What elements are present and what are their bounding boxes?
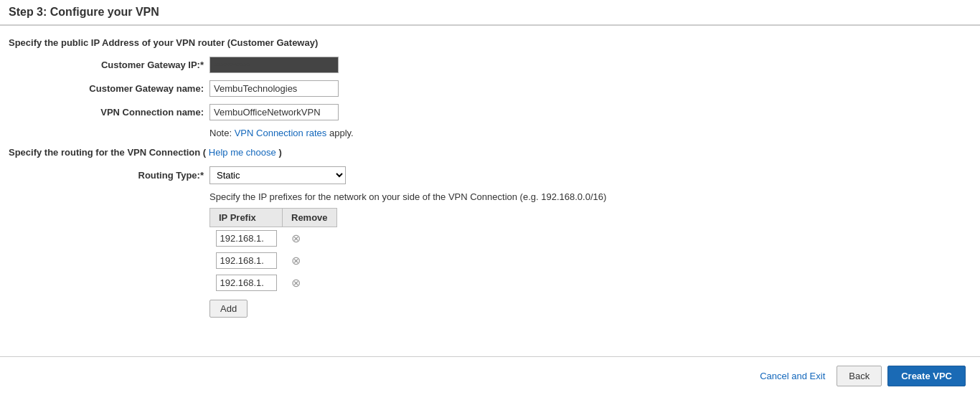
remove-icon-2[interactable]: ⊗ bbox=[291, 254, 301, 267]
table-row: ⊗ bbox=[210, 227, 337, 250]
help-me-choose-link[interactable]: Help me choose bbox=[209, 147, 276, 158]
customer-gateway-ip-label: Customer Gateway IP:* bbox=[9, 60, 209, 70]
routing-desc-prefix: Specify the routing for the VPN Connecti… bbox=[9, 147, 206, 158]
customer-gateway-name-label: Customer Gateway name: bbox=[9, 83, 209, 94]
page-container: Step 3: Configure your VPN Specify the p… bbox=[0, 0, 980, 395]
page-content: Specify the public IP Address of your VP… bbox=[0, 26, 980, 329]
ip-prefix-input-3[interactable] bbox=[216, 275, 277, 291]
routing-desc-suffix: ) bbox=[278, 147, 281, 158]
vpn-connection-name-row: VPN Connection name: bbox=[9, 104, 971, 120]
remove-icon-1[interactable]: ⊗ bbox=[291, 232, 301, 244]
routing-section-title: Specify the routing for the VPN Connecti… bbox=[9, 147, 971, 158]
footer: Cancel and Exit Back Create VPC bbox=[0, 356, 980, 395]
routing-type-label: Routing Type:* bbox=[9, 170, 209, 181]
ip-prefix-column-header: IP Prefix bbox=[210, 209, 283, 227]
note-row: Note: VPN Connection rates apply. bbox=[209, 128, 971, 138]
customer-gateway-name-row: Customer Gateway name: bbox=[9, 80, 971, 97]
remove-icon-3[interactable]: ⊗ bbox=[291, 277, 301, 289]
ip-prefix-table: IP Prefix Remove ⊗ bbox=[209, 208, 337, 294]
customer-gateway-ip-row: Customer Gateway IP:* bbox=[9, 57, 971, 73]
back-button[interactable]: Back bbox=[837, 366, 882, 386]
add-button[interactable]: Add bbox=[209, 300, 248, 318]
ip-prefix-section: Specify the IP prefixes for the network … bbox=[209, 191, 971, 318]
page-header: Step 3: Configure your VPN bbox=[0, 0, 980, 26]
cancel-and-exit-button[interactable]: Cancel and Exit bbox=[754, 366, 831, 386]
vpn-rates-link[interactable]: VPN Connection rates bbox=[235, 128, 327, 138]
table-row: ⊗ bbox=[210, 272, 337, 294]
ip-prefix-desc: Specify the IP prefixes for the network … bbox=[209, 191, 971, 202]
ip-prefix-input-1[interactable] bbox=[216, 230, 277, 247]
create-vpc-button[interactable]: Create VPC bbox=[887, 366, 966, 386]
remove-column-header: Remove bbox=[283, 209, 337, 227]
vpn-connection-name-label: VPN Connection name: bbox=[9, 107, 209, 118]
note-suffix: apply. bbox=[329, 128, 354, 138]
note-prefix: Note: bbox=[209, 128, 235, 138]
routing-type-row: Routing Type:* Static Dynamic bbox=[9, 166, 971, 184]
ip-prefix-input-2[interactable] bbox=[216, 252, 277, 269]
page-title: Step 3: Configure your VPN bbox=[9, 6, 971, 19]
customer-gateway-ip-input[interactable] bbox=[209, 57, 339, 73]
table-row: ⊗ bbox=[210, 249, 337, 272]
gateway-section-title: Specify the public IP Address of your VP… bbox=[9, 37, 971, 48]
vpn-connection-name-input[interactable] bbox=[209, 104, 339, 120]
routing-type-select[interactable]: Static Dynamic bbox=[209, 166, 346, 184]
customer-gateway-name-input[interactable] bbox=[209, 80, 339, 97]
